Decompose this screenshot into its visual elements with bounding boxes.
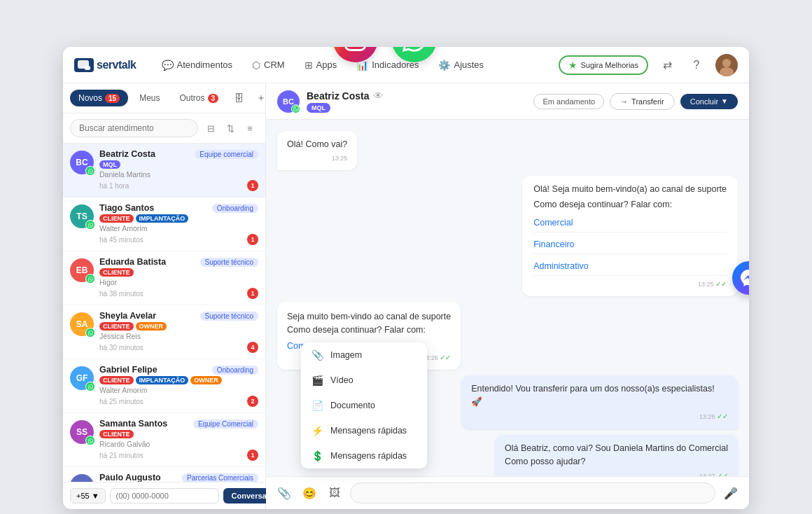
attachment-dropdown: 📎Imagem🎬Vídeo📄Documento⚡Mensagens rápida…	[301, 342, 427, 468]
contact-time: há 38 minutos	[99, 290, 144, 298]
transfer-button[interactable]: → Transferir	[610, 93, 675, 110]
message-received: Olá! Como vai?13:25	[277, 131, 357, 170]
ajustes-icon: ⚙️	[438, 60, 450, 71]
dropdown-item-label: Mensagens rápidas	[330, 451, 407, 461]
contact-avatar: SS	[70, 420, 94, 444]
options-icon[interactable]: ≡	[241, 120, 258, 137]
nav-atendimentos[interactable]: 💬 Atendimentos	[153, 55, 241, 75]
nav-crm[interactable]: ⬡ CRM	[244, 55, 293, 75]
attachment-button[interactable]: 📎	[274, 483, 294, 503]
phone-input[interactable]	[110, 488, 219, 503]
contact-name: Sheyla Avelar	[99, 311, 156, 321]
contact-item[interactable]: SS Samanta Santos Equipe Comercial CLIEN…	[63, 413, 265, 467]
message-input[interactable]	[350, 482, 715, 503]
tab-meus[interactable]: Meus	[131, 90, 168, 106]
dropdown-item[interactable]: 📎Imagem	[301, 342, 427, 368]
atendimentos-icon: 💬	[162, 60, 174, 71]
search-input[interactable]	[70, 119, 198, 137]
tab-novos[interactable]: Novos 15	[70, 90, 128, 106]
message-sent: Olá Beatriz, como vai? Sou Daniela Marti…	[495, 435, 738, 476]
unread-badge: 4	[247, 342, 258, 353]
bot-option[interactable]: Administrativo	[533, 258, 727, 276]
contact-agent: Higor	[99, 278, 258, 286]
user-avatar[interactable]	[715, 54, 738, 76]
sidebar: Novos 15 Meus Outros 3 🗄 ＋	[63, 83, 266, 509]
chevron-down-icon: ▼	[92, 492, 99, 500]
concluir-chevron-icon: ▼	[721, 97, 728, 105]
contact-item[interactable]: TS Tiago Santos Onboarding CLIENTEIMPLAN…	[63, 197, 265, 251]
contact-agent: Walter Amorim	[99, 224, 258, 232]
unread-badge: 1	[247, 180, 258, 191]
concluir-button[interactable]: Concluir ▼	[680, 94, 738, 109]
mic-button[interactable]: 🎤	[721, 483, 741, 503]
media-button[interactable]: 🖼	[325, 483, 344, 503]
chat-channel-badge	[291, 104, 300, 113]
channel-badge	[85, 382, 95, 391]
contact-tag: CLIENTE	[99, 322, 134, 331]
suggest-button[interactable]: ★ Sugira Melhorias	[559, 55, 648, 75]
contact-item[interactable]: EB Eduarda Batista Suporte técnico CLIEN…	[63, 251, 265, 305]
svg-point-3	[720, 67, 734, 76]
contact-item[interactable]: BC Beatriz Costa Equipe comercial MQL Da…	[63, 144, 265, 197]
contact-tag: CLIENTE	[99, 376, 134, 384]
contact-time: há 1 hora	[99, 182, 129, 190]
nav-ajustes[interactable]: ⚙️ Ajustes	[430, 55, 492, 75]
contact-item[interactable]: PA Paulo Augusto Parcerias Comerciais LE…	[63, 467, 265, 482]
instagram-icon[interactable]	[333, 47, 378, 62]
contact-name: Tiago Santos	[99, 203, 154, 213]
contact-tag: MQL	[99, 160, 120, 169]
contact-info: Gabriel Felipe Onboarding CLIENTEIMPLANT…	[99, 365, 258, 407]
filter-icon[interactable]: ⊟	[202, 120, 219, 137]
contact-agent: Ricardo Galvão	[99, 440, 258, 448]
unread-badge: 1	[247, 234, 258, 245]
contact-tag: CLIENTE	[99, 214, 134, 223]
dropdown-item[interactable]: 💲Mensagens rápidas	[301, 443, 427, 468]
sidebar-tab-icons: 🗄 ＋	[230, 89, 270, 107]
contact-time: há 21 minutos	[99, 452, 144, 459]
help-icon-btn[interactable]: ?	[686, 55, 707, 76]
contact-info: Eduarda Batista Suporte técnico CLIENTE …	[99, 257, 258, 299]
emoji-button[interactable]: 😊	[300, 483, 319, 503]
country-code-select[interactable]: +55 ▼	[70, 488, 106, 503]
whatsapp-icon[interactable]	[392, 47, 437, 62]
contact-info: Beatriz Costa Equipe comercial MQL Danie…	[99, 149, 258, 191]
chat-header-actions: Em andamento → Transferir Concluir ▼	[533, 93, 738, 110]
sidebar-tabs: Novos 15 Meus Outros 3 🗄 ＋	[63, 83, 265, 113]
contact-tag: CLIENTE	[99, 268, 134, 277]
bot-option[interactable]: Financeiro	[533, 237, 727, 254]
chat-area: BC Beatriz Costa 👁 MQL Em andamento	[266, 83, 749, 509]
contact-avatar: BC	[70, 151, 94, 174]
message-bot: Olá! Seja muito bem-vindo(a) ao canal de…	[522, 176, 738, 296]
contact-tag: CLIENTE	[99, 430, 134, 438]
dropdown-item-label: Imagem	[330, 350, 362, 360]
dropdown-item[interactable]: 📄Documento	[301, 393, 427, 418]
channel-badge	[85, 436, 95, 445]
dropdown-item-label: Mensagens rápidas	[330, 426, 407, 436]
contact-team: Equipe comercial	[195, 150, 258, 159]
dropdown-item-label: Documento	[330, 401, 375, 410]
contact-avatar: TS	[70, 204, 94, 228]
eye-icon[interactable]: 👁	[373, 90, 384, 102]
channel-badge	[85, 166, 95, 176]
chat-contact-info: Beatriz Costa 👁 MQL	[307, 90, 384, 113]
channel-badge	[85, 274, 95, 284]
contact-item[interactable]: SA Sheyla Avelar Suporte técnico CLIENTE…	[63, 305, 265, 359]
chat-contact-name: Beatriz Costa	[307, 90, 369, 102]
dropdown-item[interactable]: 🎬Vídeo	[301, 368, 427, 393]
transfer-arrow-icon: →	[620, 97, 628, 106]
chat-input-area: 📎 😊 🖼 🎤	[266, 476, 749, 509]
contact-list: BC Beatriz Costa Equipe comercial MQL Da…	[63, 144, 265, 482]
contact-tag: OWNER	[136, 322, 167, 331]
transfer-icon-btn[interactable]: ⇄	[657, 55, 678, 76]
tab-outros[interactable]: Outros 3	[171, 90, 227, 106]
dropdown-item[interactable]: ⚡Mensagens rápidas	[301, 418, 427, 443]
archive-icon[interactable]: 🗄	[230, 89, 248, 107]
bot-option[interactable]: Comercial	[533, 215, 727, 232]
contact-item[interactable]: GF Gabriel Felipe Onboarding CLIENTEIMPL…	[63, 359, 265, 413]
sort-icon[interactable]: ⇅	[222, 120, 239, 137]
app-container: servtalk 💬 Atendimentos ⬡ CRM ⊞ Apps 📊 I…	[63, 47, 749, 509]
unread-badge: 2	[247, 396, 258, 407]
crm-icon: ⬡	[252, 60, 260, 71]
contact-avatar: EB	[70, 258, 94, 282]
dropdown-item-label: Vídeo	[330, 375, 354, 385]
